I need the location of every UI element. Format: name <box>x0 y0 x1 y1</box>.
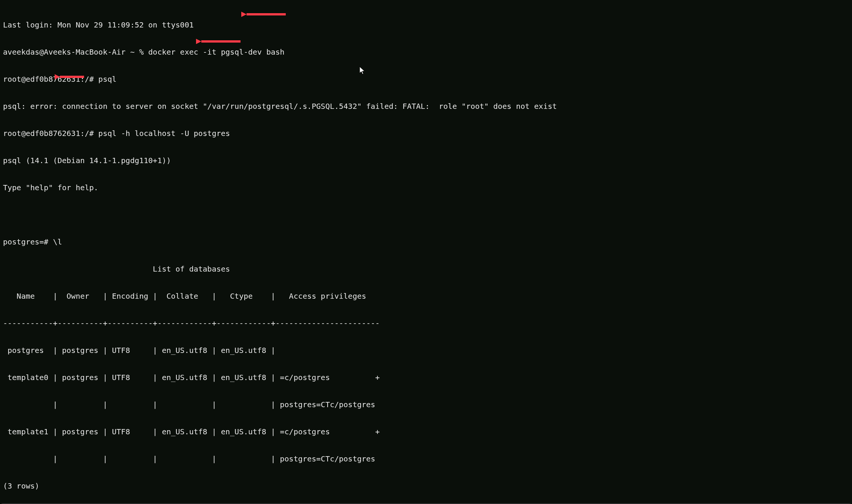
terminal-line: psql: error: connection to server on soc… <box>3 102 849 111</box>
terminal-line: Last login: Mon Nov 29 11:09:52 on ttys0… <box>3 20 849 29</box>
terminal-output[interactable]: Last login: Mon Nov 29 11:09:52 on ttys0… <box>3 2 849 504</box>
terminal-line: | | | | | postgres=CTc/postgres <box>3 400 849 409</box>
terminal-line <box>3 210 849 219</box>
terminal-line: psql (14.1 (Debian 14.1-1.pgdg110+1)) <box>3 156 849 165</box>
terminal-line: root@edf0b8762631:/# psql -h localhost -… <box>3 129 849 138</box>
terminal-line: Name | Owner | Encoding | Collate | Ctyp… <box>3 292 849 301</box>
terminal-line: template0 | postgres | UTF8 | en_US.utf8… <box>3 373 849 382</box>
terminal-line: template1 | postgres | UTF8 | en_US.utf8… <box>3 427 849 436</box>
terminal-line: aveekdas@Aveeks-MacBook-Air ~ % docker e… <box>3 47 849 57</box>
terminal-line: (3 rows) <box>3 481 849 490</box>
terminal-line: | | | | | postgres=CTc/postgres <box>3 454 849 463</box>
terminal-line: root@edf0b8762631:/# psql <box>3 75 849 84</box>
terminal-line: postgres | postgres | UTF8 | en_US.utf8 … <box>3 346 849 355</box>
terminal-line: -----------+----------+----------+------… <box>3 319 849 328</box>
terminal-line: postgres=# \l <box>3 237 849 246</box>
terminal-line: List of databases <box>3 264 849 273</box>
terminal-line: Type "help" for help. <box>3 183 849 192</box>
